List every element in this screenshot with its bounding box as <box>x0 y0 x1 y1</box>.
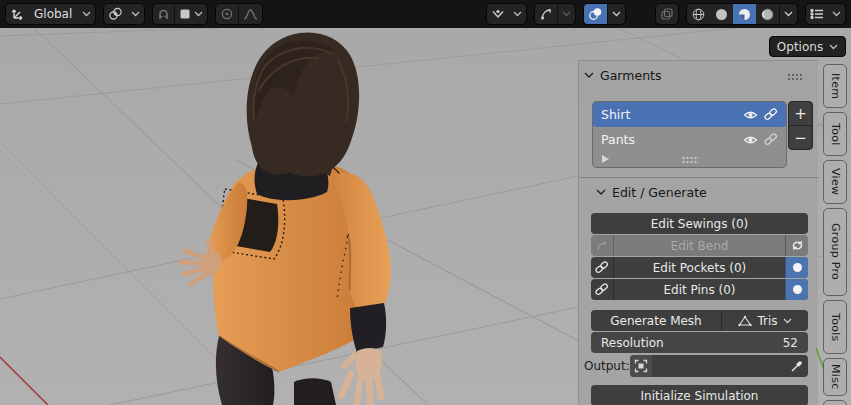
header-left: Global <box>5 3 263 25</box>
options-label: Options <box>777 40 823 54</box>
garments-list: Shirt Pants <box>592 101 787 168</box>
xray-toggle[interactable] <box>655 3 679 25</box>
eyedropper-button[interactable] <box>784 360 808 373</box>
link-chain-icon <box>591 257 614 278</box>
shading-material-button[interactable] <box>733 4 756 24</box>
generate-mesh-button[interactable]: Generate Mesh Tris <box>591 310 808 331</box>
gizmo-chevron-icon[interactable] <box>557 4 575 24</box>
resolution-slider[interactable]: Resolution 52 <box>591 332 808 353</box>
shading-mode-group <box>686 3 798 25</box>
refresh-icon <box>791 239 804 252</box>
header-right <box>486 3 846 25</box>
sidebar-region: Garments Shirt Pants <box>578 60 818 405</box>
tab-label: Tool <box>829 123 842 146</box>
sidebar-tab-tools[interactable]: Tools <box>823 300 847 354</box>
visibility-eye-icon[interactable] <box>743 110 758 120</box>
orientation-chevron-icon <box>78 4 95 24</box>
falloff-curve-dropdown[interactable] <box>238 4 262 24</box>
output-object-field[interactable] <box>630 355 808 377</box>
edit-sewings-button[interactable]: Edit Sewings (0) <box>591 213 808 234</box>
mesh-type-dropdown[interactable]: Tris <box>721 310 808 331</box>
overlays-chevron-icon[interactable] <box>607 4 625 24</box>
refresh-bend-button[interactable] <box>785 235 808 256</box>
edit-bend-label: Edit Bend <box>614 235 785 256</box>
shading-chevron-icon[interactable] <box>779 4 797 24</box>
panel-expand-chevron-icon <box>584 72 594 79</box>
editor-menu-chevron-icon <box>828 4 845 24</box>
sidebar-tab-item[interactable]: Item <box>823 64 847 108</box>
shading-wireframe-button[interactable] <box>687 4 710 24</box>
panel-drag-grip-icon[interactable] <box>787 73 804 80</box>
panel-expand-chevron-icon <box>596 189 606 196</box>
edit-generate-panel-header[interactable]: Edit / Generate <box>596 185 707 200</box>
viewport-header: Global <box>0 0 851 28</box>
generate-mesh-label: Generate Mesh <box>591 310 721 331</box>
output-label: Output: <box>584 359 630 373</box>
transform-orientation-dropdown[interactable]: Global <box>5 3 96 25</box>
initialize-simulation-button[interactable]: Initialize Simulation <box>591 385 808 405</box>
orientation-value: Global <box>32 7 74 21</box>
pockets-toggle[interactable] <box>785 257 808 278</box>
edit-pockets-button[interactable]: Edit Pockets (0) <box>591 257 808 278</box>
tab-label: Tools <box>829 313 842 342</box>
proportional-editing-toggle[interactable] <box>216 4 238 24</box>
editor-menu-list-icon <box>806 4 828 24</box>
options-button[interactable]: Options <box>769 36 846 57</box>
mesh-type-value: Tris <box>757 314 777 328</box>
visibility-eye-icon[interactable] <box>743 135 758 145</box>
garments-panel-title: Garments <box>600 68 661 83</box>
sidebar-tab-misc[interactable]: Misc <box>823 358 847 396</box>
list-add-remove-column: + − <box>788 101 813 150</box>
resolution-value: 52 <box>783 336 798 350</box>
remove-garment-button[interactable]: − <box>788 125 813 150</box>
edit-pins-button[interactable]: Edit Pins (0) <box>591 279 808 300</box>
toggle-dot-icon <box>793 285 802 294</box>
pivot-point-dropdown[interactable] <box>103 3 145 25</box>
list-filter-row <box>593 152 786 166</box>
initialize-simulation-label: Initialize Simulation <box>591 385 808 405</box>
shading-solid-button[interactable] <box>710 4 733 24</box>
xray-icon <box>656 4 678 24</box>
proportional-editing-group <box>215 3 263 25</box>
add-garment-button[interactable]: + <box>788 101 813 126</box>
pins-toggle[interactable] <box>785 279 808 300</box>
magnet-snap-toggle[interactable] <box>153 4 174 24</box>
bend-curve-icon <box>591 235 614 256</box>
link-chain-icon[interactable] <box>764 108 778 121</box>
blender-window: Global <box>0 0 851 405</box>
shading-rendered-button[interactable] <box>756 4 779 24</box>
gizmo-toggle[interactable] <box>535 4 557 24</box>
tris-mesh-icon <box>738 315 752 327</box>
link-chain-icon[interactable] <box>764 133 778 146</box>
garment-list-item-shirt[interactable]: Shirt <box>593 102 786 127</box>
pivot-median-chevron-icon <box>509 4 526 24</box>
overlays-group <box>583 3 626 25</box>
sidebar-tab-partial[interactable] <box>823 400 847 405</box>
snapping-group <box>152 3 208 25</box>
orientation-axes-icon <box>6 4 28 24</box>
snap-target-dropdown[interactable] <box>174 4 207 24</box>
sidebar-tab-tool[interactable]: Tool <box>823 112 847 156</box>
garments-panel-header[interactable]: Garments <box>584 68 661 83</box>
pivot-median-dropdown[interactable] <box>486 3 527 25</box>
pivot-circles-icon <box>104 4 127 24</box>
gizmo-group <box>534 3 576 25</box>
editor-menu-dropdown[interactable] <box>805 3 846 25</box>
list-resize-grip-icon[interactable] <box>681 156 698 163</box>
expand-filters-icon[interactable] <box>602 155 609 163</box>
link-chain-icon <box>591 279 614 300</box>
character-model <box>181 33 391 405</box>
garment-name: Shirt <box>601 107 737 122</box>
sidebar-tab-view[interactable]: View <box>823 160 847 204</box>
sidebar-tab-group-pro[interactable]: Group Pro <box>823 208 847 296</box>
tab-label: Item <box>829 73 842 99</box>
overlays-toggle[interactable] <box>584 4 607 24</box>
eyedropper-icon <box>790 360 803 373</box>
orientation-label: Global <box>28 4 78 24</box>
edit-bend-button[interactable]: Edit Bend <box>591 235 808 256</box>
tab-label: Group Pro <box>829 223 842 280</box>
tab-label: View <box>829 168 842 195</box>
edit-sewings-label: Edit Sewings (0) <box>591 213 808 234</box>
garment-list-item-pants[interactable]: Pants <box>593 127 786 152</box>
edit-pins-label: Edit Pins (0) <box>614 279 785 300</box>
